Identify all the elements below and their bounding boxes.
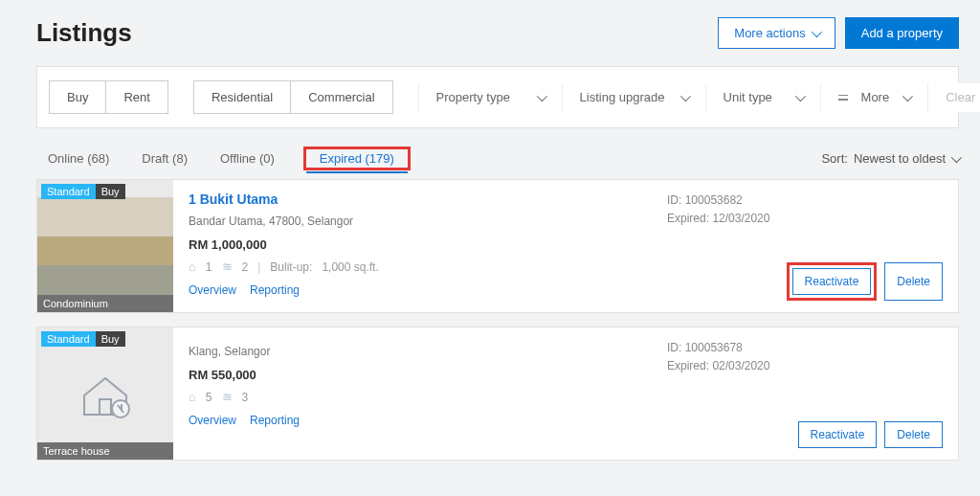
reactivate-button[interactable]: Reactivate (798, 421, 878, 448)
filter-unit-type-label: Unit type (724, 90, 772, 104)
listing-row: Standard Buy Terrace house Klang, Selang… (36, 327, 959, 461)
chevron-down-icon (794, 90, 805, 101)
segment-buy[interactable]: Buy (50, 81, 105, 113)
filter-listing-upgrade-label: Listing upgrade (580, 90, 665, 104)
tab-online[interactable]: Online (68) (44, 146, 113, 171)
listing-id: 100053682 (685, 193, 743, 207)
listing-price: RM 550,000 (189, 368, 636, 382)
segment-buy-rent: Buy Rent (49, 80, 168, 114)
tab-draft[interactable]: Draft (8) (138, 146, 191, 171)
overview-link[interactable]: Overview (189, 283, 236, 297)
separator: | (257, 260, 260, 274)
badge-tier: Standard (41, 184, 96, 199)
badge-tier: Standard (41, 331, 96, 347)
expired-date: 02/03/2020 (712, 359, 769, 372)
thumbnail-category: Terrace house (37, 442, 173, 460)
listing-address: Klang, Selangor (189, 345, 636, 358)
delete-button[interactable]: Delete (884, 421, 943, 448)
baths-count: 2 (242, 260, 249, 274)
tab-expired[interactable]: Expired (179) (306, 146, 408, 173)
filter-property-type[interactable]: Property type (418, 83, 562, 112)
bed-icon: ⌂ (189, 259, 196, 274)
chevron-down-icon (811, 26, 821, 36)
bath-icon: ≋ (222, 390, 233, 404)
chevron-down-icon (536, 90, 546, 101)
filter-property-type-label: Property type (436, 90, 510, 104)
listing-title[interactable]: 1 Bukit Utama (189, 192, 636, 207)
tab-offline[interactable]: Offline (0) (216, 146, 278, 171)
expired-date: 12/03/2020 (712, 212, 769, 225)
expired-label: Expired: (667, 359, 709, 372)
listing-thumbnail[interactable]: Standard Buy Condominium (37, 180, 173, 312)
filter-more-label: More (861, 90, 890, 104)
filter-clear[interactable]: Clear (927, 83, 980, 112)
more-actions-label: More actions (734, 26, 805, 40)
sort-label: Sort: (821, 151, 847, 166)
segment-commercial[interactable]: Commercial (290, 81, 391, 113)
sort-value: Newest to oldest (854, 151, 946, 166)
chevron-down-icon (902, 90, 913, 101)
builtup-label: Bulit-up: (270, 260, 312, 274)
filters-bar: Buy Rent Residential Commercial Property… (36, 66, 959, 128)
chevron-down-icon (679, 90, 690, 101)
filter-more[interactable]: More (820, 83, 928, 112)
bath-icon: ≋ (222, 259, 233, 274)
listing-thumbnail[interactable]: Standard Buy Terrace house (37, 327, 173, 460)
beds-count: 1 (206, 260, 212, 274)
segment-residential[interactable]: Residential (194, 81, 290, 113)
tabs-row: Online (68) Draft (8) Offline (0) Expire… (0, 128, 980, 179)
reactivate-button[interactable]: Reactivate (792, 268, 872, 295)
builtup-value: 1,000 sq.ft. (322, 260, 378, 274)
badge-type: Buy (96, 184, 125, 199)
thumbnail-category: Condominium (37, 295, 173, 312)
id-label: ID: (667, 193, 681, 207)
page-title: Listings (36, 18, 132, 48)
reporting-link[interactable]: Reporting (250, 414, 300, 427)
filter-unit-type[interactable]: Unit type (705, 83, 820, 112)
expired-label: Expired: (667, 212, 709, 225)
svg-rect-0 (100, 399, 111, 415)
listing-id: 100053678 (685, 341, 743, 354)
more-actions-button[interactable]: More actions (718, 17, 835, 49)
tab-expired-highlight: Expired (179) (303, 147, 411, 170)
reactivate-highlight: Reactivate (787, 262, 878, 301)
id-label: ID: (667, 341, 681, 354)
badge-type: Buy (96, 331, 125, 347)
bed-icon: ⌂ (189, 390, 196, 404)
sort-dropdown[interactable]: Sort: Newest to oldest (821, 151, 959, 166)
filter-clear-label: Clear (946, 90, 975, 104)
add-property-button[interactable]: Add a property (845, 17, 959, 49)
listing-address: Bandar Utama, 47800, Selangor (189, 214, 636, 228)
filter-listing-upgrade[interactable]: Listing upgrade (562, 83, 705, 112)
delete-button[interactable]: Delete (884, 262, 943, 301)
chevron-down-icon (951, 151, 962, 162)
beds-count: 5 (206, 391, 212, 404)
overview-link[interactable]: Overview (189, 414, 236, 427)
house-placeholder-icon (37, 327, 173, 460)
sliders-icon (838, 94, 848, 101)
segment-rent[interactable]: Rent (105, 81, 167, 113)
reporting-link[interactable]: Reporting (250, 283, 300, 297)
listing-row: Standard Buy Condominium 1 Bukit Utama B… (36, 179, 959, 313)
baths-count: 3 (242, 391, 249, 404)
segment-res-com: Residential Commercial (193, 80, 393, 114)
listing-price: RM 1,000,000 (189, 237, 636, 252)
